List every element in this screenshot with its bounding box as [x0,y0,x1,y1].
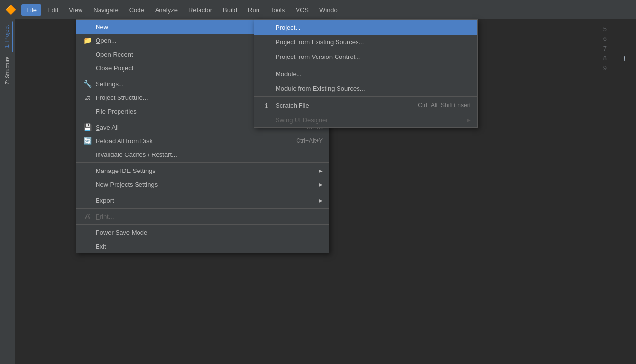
manage-ide-label: Manage IDE Settings [96,167,315,174]
module-existing-label: Module from Existing Sources... [276,85,471,92]
submenu-item-scratch-file[interactable]: ℹ Scratch File Ctrl+Alt+Shift+Insert [254,98,477,113]
settings-icon: 🔧 [82,80,93,88]
power-save-label: Power Save Mode [96,229,323,236]
submenu-separator-1 [254,65,477,65]
menu-file[interactable]: File [21,4,41,16]
manage-ide-arrow: ▶ [319,168,323,173]
submenu-item-module[interactable]: Module... [254,66,477,81]
reload-label: Reload All from Disk [96,137,286,145]
menu-tools[interactable]: Tools [265,4,290,16]
app-logo: 🔶 [4,3,18,17]
menu-item-new-projects[interactable]: New Projects Settings ▶ [76,177,329,191]
separator-6 [76,224,329,225]
scratch-file-icon: ℹ [261,102,272,109]
export-arrow: ▶ [319,198,323,203]
menu-edit[interactable]: Edit [42,4,63,16]
menu-code[interactable]: Code [124,4,149,16]
menu-item-print[interactable]: 🖨 Print... [76,210,329,223]
print-icon: 🖨 [82,212,93,220]
reload-icon: 🔄 [82,137,93,145]
new-projects-label: New Projects Settings [96,181,315,188]
menu-bar: 🔶 File Edit View Navigate Code Analyze R… [0,0,636,19]
save-all-icon: 💾 [82,123,93,131]
menu-item-export[interactable]: Export ▶ [76,193,329,207]
reload-shortcut: Ctrl+Alt+Y [296,137,323,144]
scratch-file-label: Scratch File [276,102,418,109]
menu-item-reload[interactable]: 🔄 Reload All from Disk Ctrl+Alt+Y [76,134,329,148]
menu-refactor[interactable]: Refactor [183,4,217,16]
menu-item-manage-ide[interactable]: Manage IDE Settings ▶ [76,164,329,177]
editor-content: } [622,24,626,73]
menu-run[interactable]: Run [243,4,264,16]
new-projects-arrow: ▶ [319,182,323,187]
separator-4 [76,192,329,192]
menu-analyze[interactable]: Analyze [150,4,182,16]
submenu-item-swing[interactable]: Swing UI Designer ▶ [254,113,477,127]
menu-view[interactable]: View [64,4,87,16]
swing-arrow: ▶ [467,117,471,123]
project-structure-icon: 🗂 [82,94,93,101]
submenu-item-module-existing[interactable]: Module from Existing Sources... [254,81,477,96]
open-icon: 📁 [82,37,93,44]
sidebar-tab-structure[interactable]: Z: Structure [2,53,12,88]
menu-vcs[interactable]: VCS [291,4,314,16]
separator-3 [76,162,329,163]
export-label: Export [96,197,315,204]
main-area: 1: Project Z: Structure 5 6 7 8 9 } New … [0,19,636,364]
menu-window[interactable]: Windo [315,4,342,16]
sidebar-tab-project[interactable]: 1: Project [2,21,13,52]
project-vcs-label: Project from Version Control... [276,53,471,60]
menu-item-power-save[interactable]: Power Save Mode [76,226,329,239]
swing-label: Swing UI Designer [276,116,464,124]
project-existing-label: Project from Existing Sources... [276,38,471,46]
separator-5 [76,208,329,209]
exit-label: Exit [96,243,323,250]
menu-navigate[interactable]: Navigate [88,4,123,16]
module-label: Module... [276,70,471,77]
submenu-item-project-vcs[interactable]: Project from Version Control... [254,49,477,64]
new-submenu: Project... Project from Existing Sources… [254,19,478,128]
project-structure-label: Project Structure... [96,94,271,101]
sidebar-left: 1: Project Z: Structure [0,19,15,364]
line-numbers: 5 6 7 8 9 [603,24,607,73]
invalidate-label: Invalidate Caches / Restart... [96,151,323,158]
print-label: Print... [96,213,323,220]
menu-build[interactable]: Build [218,4,242,16]
submenu-item-project[interactable]: Project... [254,20,477,35]
submenu-separator-2 [254,96,477,97]
menu-item-exit[interactable]: Exit [76,239,329,253]
project-label: Project... [276,24,471,31]
menu-item-invalidate[interactable]: Invalidate Caches / Restart... [76,148,329,161]
submenu-item-project-existing[interactable]: Project from Existing Sources... [254,35,477,49]
scratch-file-shortcut: Ctrl+Alt+Shift+Insert [418,102,471,109]
